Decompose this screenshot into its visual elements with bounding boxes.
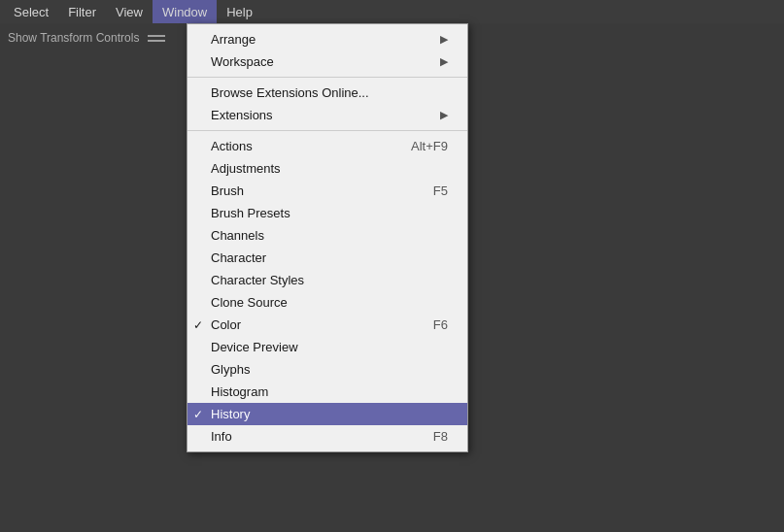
separator-2 — [187, 130, 467, 131]
brush-label: Brush — [211, 183, 244, 198]
menu-filter[interactable]: Filter — [58, 0, 106, 23]
color-label: Color — [211, 317, 241, 332]
color-shortcut: F6 — [433, 317, 448, 332]
menu-character[interactable]: Character — [187, 247, 467, 269]
arrange-label: Arrange — [211, 32, 256, 47]
menu-info[interactable]: Info F8 — [187, 425, 467, 448]
browse-extensions-label: Browse Extensions Online... — [211, 85, 369, 100]
menu-channels[interactable]: Channels — [187, 224, 467, 247]
history-label: History — [211, 407, 250, 421]
extensions-arrow: ▶ — [440, 109, 448, 121]
extensions-label: Extensions — [211, 108, 273, 122]
menu-color[interactable]: ✓ Color F6 — [187, 314, 467, 336]
menu-select[interactable]: Select — [4, 0, 58, 23]
menu-arrange[interactable]: Arrange ▶ — [187, 28, 467, 50]
brush-presets-label: Brush Presets — [211, 206, 290, 220]
menu-extensions[interactable]: Extensions ▶ — [187, 104, 467, 126]
menu-brush-presets[interactable]: Brush Presets — [187, 202, 467, 224]
adjustments-label: Adjustments — [211, 161, 281, 176]
channels-label: Channels — [211, 228, 264, 243]
menu-glyphs[interactable]: Glyphs — [187, 358, 467, 381]
workspace-label: Workspace — [211, 54, 274, 69]
histogram-label: Histogram — [211, 384, 268, 399]
menu-help[interactable]: Help — [217, 0, 262, 23]
menu-workspace[interactable]: Workspace ▶ — [187, 50, 467, 73]
menu-window[interactable]: Window — [153, 0, 217, 23]
workspace-arrow: ▶ — [440, 55, 448, 68]
info-shortcut: F8 — [433, 429, 448, 444]
menu-histogram[interactable]: Histogram — [187, 381, 467, 403]
menu-character-styles[interactable]: Character Styles — [187, 269, 467, 291]
character-styles-label: Character Styles — [211, 273, 304, 287]
color-checkmark: ✓ — [193, 318, 203, 332]
brush-shortcut: F5 — [433, 183, 448, 198]
actions-shortcut: Alt+F9 — [411, 139, 448, 153]
menu-adjustments[interactable]: Adjustments — [187, 157, 467, 180]
menu-browse-extensions[interactable]: Browse Extensions Online... — [187, 82, 467, 104]
menu-bar: Select Filter View Window Help — [0, 0, 784, 23]
glyphs-label: Glyphs — [211, 362, 250, 377]
character-label: Character — [211, 250, 266, 265]
history-checkmark: ✓ — [193, 408, 203, 421]
menu-clone-source[interactable]: Clone Source — [187, 291, 467, 314]
separator-1 — [187, 77, 467, 78]
menu-brush[interactable]: Brush F5 — [187, 180, 467, 202]
window-dropdown: Arrange ▶ Workspace ▶ Browse Extensions … — [187, 23, 468, 452]
actions-label: Actions — [211, 139, 253, 153]
menu-actions[interactable]: Actions Alt+F9 — [187, 135, 467, 157]
menu-device-preview[interactable]: Device Preview — [187, 336, 467, 358]
menu-view[interactable]: View — [106, 0, 153, 23]
toolbar-label: Show Transform Controls — [8, 31, 139, 45]
align-icon — [147, 31, 166, 45]
dropdown-menu: Arrange ▶ Workspace ▶ Browse Extensions … — [187, 23, 468, 452]
clone-source-label: Clone Source — [211, 295, 288, 310]
menu-history[interactable]: ✓ History — [187, 403, 467, 425]
arrange-arrow: ▶ — [440, 33, 448, 46]
device-preview-label: Device Preview — [211, 340, 298, 354]
info-label: Info — [211, 429, 232, 444]
